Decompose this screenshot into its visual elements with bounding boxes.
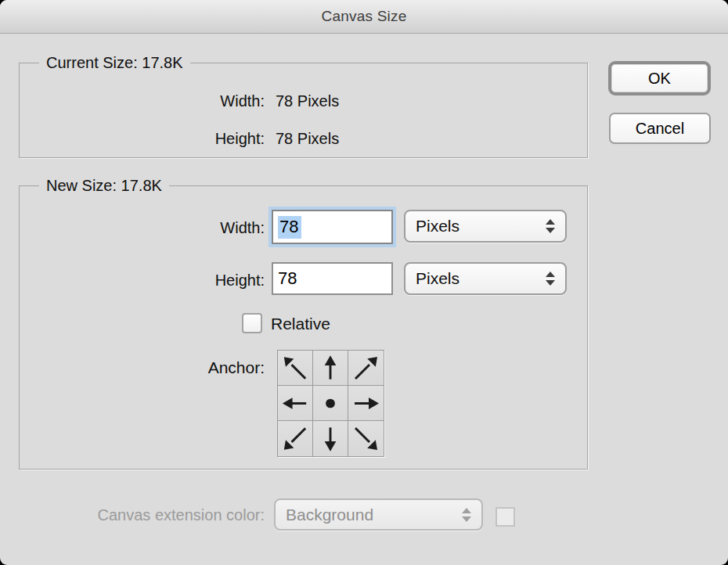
relative-checkbox[interactable] xyxy=(242,313,262,333)
ok-button[interactable]: OK xyxy=(608,61,711,95)
dialog-title: Canvas Size xyxy=(322,8,407,25)
anchor-top[interactable] xyxy=(313,351,348,386)
height-input[interactable]: 78 xyxy=(272,262,393,295)
stepper-arrows-icon xyxy=(462,508,471,522)
arrow-down-left-icon xyxy=(278,421,312,456)
arrow-left-icon xyxy=(278,386,312,421)
arrow-up-icon xyxy=(313,351,348,386)
arrow-down-icon xyxy=(313,421,348,456)
height-unit-value: Pixels xyxy=(416,269,460,288)
canvas-size-dialog: Canvas Size Current Size: 17.8K Width: 7… xyxy=(0,0,728,565)
anchor-bottom-left[interactable] xyxy=(278,421,313,456)
height-input-text: 78 xyxy=(278,268,297,289)
arrow-up-left-icon xyxy=(278,351,312,386)
width-input-selected-text: 78 xyxy=(278,216,301,239)
anchor-center[interactable] xyxy=(313,386,348,421)
canvas-extension-color-dropdown: Background xyxy=(274,498,483,531)
arrow-up-right-icon xyxy=(348,351,384,386)
new-width-label: Width: xyxy=(19,218,265,237)
canvas-extension-color-label: Canvas extension color: xyxy=(19,506,265,524)
dialog-titlebar[interactable]: Canvas Size xyxy=(0,0,728,34)
center-dot-icon xyxy=(313,386,348,421)
current-size-legend: Current Size: 17.8K xyxy=(39,52,190,73)
current-width-label: Width: xyxy=(19,92,265,110)
stepper-arrows-icon xyxy=(546,219,555,233)
width-input[interactable]: 78 xyxy=(272,210,393,244)
relative-label: Relative xyxy=(271,315,330,333)
anchor-grid xyxy=(277,350,384,457)
anchor-label: Anchor: xyxy=(19,358,265,377)
anchor-bottom-right[interactable] xyxy=(348,421,384,456)
canvas-extension-color-value: Background xyxy=(286,506,373,524)
anchor-top-right[interactable] xyxy=(348,351,384,386)
width-unit-dropdown[interactable]: Pixels xyxy=(404,210,567,243)
stepper-arrows-icon xyxy=(546,272,555,286)
current-height-value: 78 Pixels xyxy=(276,129,339,148)
anchor-left[interactable] xyxy=(278,386,313,421)
arrow-down-right-icon xyxy=(348,421,384,456)
new-size-legend: New Size: 17.8K xyxy=(39,175,169,196)
cancel-button[interactable]: Cancel xyxy=(609,113,711,144)
new-height-label: Height: xyxy=(19,271,265,290)
arrow-right-icon xyxy=(348,386,384,421)
width-unit-value: Pixels xyxy=(416,217,460,236)
extension-color-swatch xyxy=(496,507,515,527)
anchor-right[interactable] xyxy=(348,386,384,421)
current-width-value: 78 Pixels xyxy=(276,92,339,110)
height-unit-dropdown[interactable]: Pixels xyxy=(404,262,567,295)
anchor-bottom[interactable] xyxy=(313,421,348,456)
current-height-label: Height: xyxy=(19,129,265,148)
anchor-top-left[interactable] xyxy=(278,351,313,386)
